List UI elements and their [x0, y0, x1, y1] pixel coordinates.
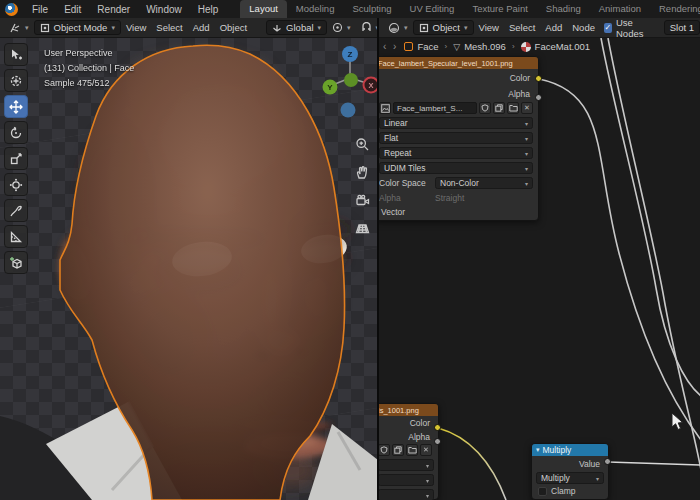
unlink-x-icon[interactable]: ✕ [521, 102, 533, 114]
source-dropdown[interactable]: UDIM Tiles ▾ [379, 162, 533, 174]
snap-dropdown[interactable]: ▾ [356, 20, 377, 35]
menu-render[interactable]: Render [89, 4, 138, 15]
blender-logo-icon[interactable] [5, 3, 18, 16]
node-header[interactable]: is_1001.png [379, 404, 438, 416]
color-output-socket[interactable] [434, 424, 441, 431]
node-menu-view[interactable]: View [474, 22, 504, 33]
tool-select-tweak[interactable] [4, 43, 28, 66]
tab-sculpting[interactable]: Sculpting [343, 0, 400, 18]
browse-image-icon[interactable] [379, 102, 391, 114]
image-name-field[interactable]: Face_lambert_S... [393, 102, 477, 114]
editor-divider[interactable] [377, 18, 379, 500]
tab-uv-editing[interactable]: UV Editing [401, 0, 464, 18]
tool-3d-cursor[interactable] [4, 69, 28, 92]
breadcrumb-object[interactable]: Face [417, 41, 438, 52]
blender-window: File Edit Render Window Help Layout Mode… [0, 0, 700, 500]
zoom-button[interactable] [352, 134, 372, 154]
svg-text:Y: Y [327, 83, 333, 92]
camera-view-button[interactable] [352, 190, 372, 210]
tool-move[interactable] [4, 95, 28, 118]
tab-rendering[interactable]: Rendering [650, 0, 700, 18]
tool-transform[interactable] [4, 173, 28, 196]
node-header[interactable]: Face_lambert_Specular_level_1001.png [379, 57, 538, 69]
object-mode-dropdown[interactable]: Object Mode ▾ [34, 20, 121, 35]
shader-context-dropdown[interactable]: Object ▾ [413, 20, 474, 35]
editor-type-button[interactable]: ▾ [4, 20, 34, 35]
viewport-menu-view[interactable]: View [121, 22, 151, 33]
open-folder-icon[interactable] [507, 102, 519, 114]
interpolation-dropdown[interactable]: ▾ [379, 459, 434, 471]
fake-user-icon[interactable] [479, 102, 491, 114]
extension-dropdown[interactable]: ▾ [379, 489, 434, 500]
tab-shading[interactable]: Shading [537, 0, 590, 18]
extension-dropdown[interactable]: Repeat ▾ [379, 147, 533, 159]
alpha-output-socket[interactable] [434, 438, 441, 445]
pivot-point-dropdown[interactable]: ▾ [327, 20, 356, 35]
tab-texture-paint[interactable]: Texture Paint [463, 0, 536, 18]
projection-dropdown[interactable]: ▾ [379, 474, 434, 486]
viewport-menu-add[interactable]: Add [188, 22, 215, 33]
shader-type-button[interactable]: ▾ [383, 20, 413, 35]
color-output-socket[interactable] [535, 75, 542, 82]
breadcrumb-mesh[interactable]: Mesh.096 [464, 41, 506, 52]
render-sample-label: Sample 475/512 [44, 76, 134, 91]
value-output-socket[interactable] [604, 458, 611, 465]
tool-measure[interactable] [4, 225, 28, 248]
node-menu-select[interactable]: Select [504, 22, 540, 33]
breadcrumb-material[interactable]: FaceMat.001 [535, 41, 590, 52]
tool-add-cube[interactable] [4, 251, 28, 274]
fake-user-icon[interactable] [379, 444, 390, 456]
tab-modeling[interactable]: Modeling [287, 0, 344, 18]
viewport-menu-object[interactable]: Object [215, 22, 252, 33]
node-editor-header: ▾ Object ▾ View Select Add Node ✓ Use No… [379, 18, 700, 38]
node-menu-node[interactable]: Node [567, 22, 600, 33]
pan-button[interactable] [352, 162, 372, 182]
tab-layout[interactable]: Layout [240, 0, 287, 18]
alpha-output-socket[interactable] [535, 94, 542, 101]
color-space-dropdown[interactable]: Non-Color ▾ [435, 177, 533, 189]
collapse-chevron-icon[interactable]: ▾ [536, 446, 540, 454]
chevron-down-icon: ▾ [525, 120, 528, 127]
menu-window[interactable]: Window [138, 4, 190, 15]
tool-annotate[interactable] [4, 199, 28, 222]
interpolation-dropdown[interactable]: Linear ▾ [379, 117, 533, 129]
node-menu-add[interactable]: Add [540, 22, 567, 33]
copy-datablock-icon[interactable] [493, 102, 505, 114]
tool-scale[interactable] [4, 147, 28, 170]
menu-edit[interactable]: Edit [56, 4, 89, 15]
tab-animation[interactable]: Animation [590, 0, 650, 18]
node-header[interactable]: ▾ Multiply [532, 444, 608, 456]
breadcrumb-back-forward[interactable]: ‹ › [383, 41, 398, 52]
open-folder-icon[interactable] [406, 444, 418, 456]
color-space-row: Color Space Non-Color ▾ [379, 177, 533, 189]
tool-rotate[interactable] [4, 121, 28, 144]
mesh-data-icon: ▽ [453, 42, 460, 52]
viewport-menu-select[interactable]: Select [151, 22, 187, 33]
image-texture-node-base[interactable]: is_1001.png Color Alpha ✕ ▾ [379, 403, 439, 500]
math-multiply-node[interactable]: ▾ Multiply Value Multiply ▾ Clamp [531, 443, 609, 500]
unlink-x-icon[interactable]: ✕ [420, 444, 432, 456]
chevron-down-icon: ▾ [318, 24, 322, 32]
chevron-down-icon: ▾ [525, 150, 528, 157]
chevron-down-icon: ▾ [426, 477, 429, 484]
menu-file[interactable]: File [24, 4, 56, 15]
viewport-3d[interactable]: User Perspective (131) Collection | Face… [0, 38, 377, 500]
menu-help[interactable]: Help [190, 4, 227, 15]
crosshair-circle-icon [9, 74, 23, 88]
image-texture-node-specular[interactable]: Face_lambert_Specular_level_1001.png Col… [379, 56, 539, 221]
head-model-render[interactable] [0, 38, 377, 500]
copy-datablock-icon[interactable] [392, 444, 404, 456]
slot-dropdown[interactable]: Slot 1 [664, 20, 700, 35]
projection-dropdown[interactable]: Flat ▾ [379, 132, 533, 144]
magnet-icon [361, 22, 372, 33]
toggle-orthographic-button[interactable] [352, 218, 372, 238]
shader-node-editor[interactable]: ‹ › Face › ▽ Mesh.096 › FaceMat.001 Face… [379, 38, 700, 500]
operation-dropdown[interactable]: Multiply ▾ [536, 472, 604, 484]
clamp-checkbox[interactable] [538, 487, 547, 496]
navigation-gizmo[interactable]: Z Y X [322, 38, 377, 148]
cursor-arrow-icon [9, 48, 23, 62]
use-nodes-toggle[interactable]: ✓ Use Nodes [604, 18, 654, 38]
output-color-label: Color [510, 73, 530, 83]
transform-orientation-dropdown[interactable]: Global ▾ [266, 20, 327, 35]
breadcrumb-separator: › [445, 42, 448, 51]
